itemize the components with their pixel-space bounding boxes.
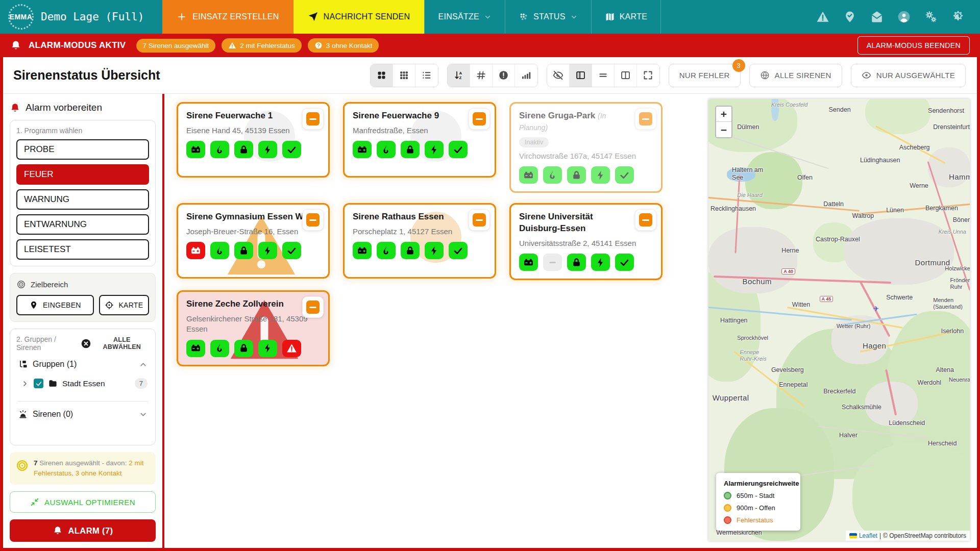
trigger-alarm-button[interactable]: ALARM (7)	[10, 519, 156, 542]
siren-card-sirene-rathaus-essen[interactable]: Sirene Rathaus EssenPorscheplatz 1, 4512…	[343, 203, 496, 279]
deselect-all-button[interactable]: ALLE ABWÄHLEN	[81, 336, 149, 350]
toolbar-group: AZ	[447, 64, 538, 87]
view-toolbar: AZNUR FEHLER3ALLE SIRENENNUR AUSGEWÄHLTE	[370, 64, 966, 87]
target-enter-button[interactable]: EINGEBEN	[16, 295, 94, 315]
target-area-panel: Zielbereich EINGEBEN KARTE	[10, 273, 156, 322]
pin-check-icon[interactable]	[843, 10, 856, 23]
siren-card-sirene-feuerwache-9[interactable]: Sirene Feuerwache 9Manfredstraße, Essen	[343, 102, 496, 178]
mail-icon[interactable]	[870, 10, 884, 23]
filter-alle-sirenen-button[interactable]: ALLE SIRENEN	[749, 64, 842, 87]
groups-section-toggle[interactable]: Gruppen (1)	[16, 352, 149, 372]
question-circle-icon	[314, 41, 323, 49]
toolbar-grid-3x3-button[interactable]	[393, 64, 415, 87]
toolbar-signal-bars-button[interactable]	[515, 64, 537, 87]
map-city-label: Die Haard	[737, 192, 763, 198]
optimize-selection-button[interactable]: AUSWAHL OPTIMIEREN	[10, 491, 156, 513]
battery-icon	[357, 245, 368, 256]
toolbar-fullscreen-button[interactable]	[637, 64, 659, 87]
emma-logo[interactable]: EMMA	[8, 4, 34, 30]
zoom-out-button[interactable]: −	[716, 122, 731, 137]
chevron-down-icon	[139, 410, 148, 419]
zoom-in-button[interactable]: +	[716, 107, 731, 122]
toolbar-list-button[interactable]	[415, 64, 438, 87]
bell-icon	[10, 40, 21, 51]
minus-icon	[639, 213, 652, 227]
nav-item-einsätze[interactable]: EINSÄTZE	[424, 0, 505, 34]
siren-card-sirene-zeche-zollverein[interactable]: Sirene Zeche ZollvereinGelsenkirchener S…	[177, 290, 330, 366]
status-battery-icon	[519, 254, 538, 271]
deselect-siren-button[interactable]	[635, 209, 656, 231]
alarm-badge-2-mit-fehlerstatus: 2 mit Fehlerstatus	[222, 38, 301, 53]
deselect-siren-button[interactable]	[469, 108, 490, 130]
group-item-stadt-essen[interactable]: Stadt Essen 7	[16, 372, 149, 394]
program-warnung-button[interactable]: WARNUNG	[16, 189, 149, 210]
map-city-label: Iserlohn	[941, 328, 964, 335]
nav-item-status[interactable]: STATUS	[505, 0, 591, 34]
program-feuer-button[interactable]: FEUER	[16, 164, 149, 185]
toolbar-hash-button[interactable]	[470, 64, 493, 87]
deselect-siren-button[interactable]	[302, 209, 324, 231]
sirens-section-toggle[interactable]: Sirenen (0)	[16, 402, 149, 422]
deselect-siren-button[interactable]	[302, 296, 324, 318]
siren-card-title: Sirene Gruga-Park (In Planung)	[519, 110, 653, 134]
map-city-label: Hattingen	[720, 317, 748, 324]
map-city-label: Senden	[829, 106, 851, 114]
siren-card-sirene-feuerwache-1[interactable]: Sirene Feuerwache 1Eisene Hand 45, 45139…	[177, 102, 330, 178]
flame-icon	[214, 343, 225, 354]
toolbar-group	[370, 64, 438, 87]
toolbar-eye-off-button[interactable]	[547, 64, 570, 87]
filter-nur-ausgewählte-button[interactable]: NUR AUSGEWÄHLTE	[851, 64, 966, 87]
check-icon	[286, 144, 297, 155]
siren-card-address: Eisene Hand 45, 45139 Essen	[186, 126, 320, 136]
bolt-icon	[429, 144, 439, 155]
check-icon	[453, 245, 463, 256]
end-alarm-mode-button[interactable]: ALARM-MODUS BEENDEN	[857, 36, 970, 55]
page-title: Sirenenstatus Übersicht	[13, 68, 160, 83]
toolbar-rows-button[interactable]	[592, 64, 615, 87]
theme-toggle-icon[interactable]	[951, 10, 965, 23]
map-city-label: Bochum	[743, 277, 772, 286]
leaflet-link[interactable]: Leaflet	[859, 532, 877, 539]
settings-gears-icon[interactable]	[924, 10, 938, 23]
toolbar-columns-button[interactable]	[570, 64, 592, 87]
minus-icon	[473, 213, 486, 227]
deselect-siren-button[interactable]	[302, 108, 324, 130]
siren-card-sirene-gruga-park[interactable]: Sirene Gruga-Park (In Planung)InaktivVir…	[509, 102, 663, 193]
target-map-button[interactable]: KARTE	[99, 295, 149, 315]
content-area: Alarm vorbereiten 1. Programm wählen PRO…	[3, 94, 977, 548]
deselect-siren-button[interactable]	[635, 108, 656, 130]
toolbar-grid-2x2-button[interactable]	[371, 64, 393, 87]
toolbar-group	[547, 64, 660, 87]
create-mission-button[interactable]: EINSATZ ERSTELLEN	[162, 0, 293, 34]
toolbar-split-columns-button[interactable]	[615, 64, 637, 87]
map-city-label: Werdohl	[918, 379, 941, 387]
filter-nur-fehler-button[interactable]: NUR FEHLER3	[669, 64, 741, 87]
toolbar-sort-az-button[interactable]: AZ	[448, 64, 470, 87]
legend-dot-icon	[724, 492, 731, 499]
siren-card-title: Sirene Feuerwache 9	[353, 110, 486, 122]
map-city-label: Sendenhorst	[928, 107, 964, 115]
check-icon	[453, 144, 463, 155]
user-icon[interactable]	[897, 10, 911, 23]
warning-triangle-icon[interactable]	[816, 10, 829, 23]
program-entwarnung-button[interactable]: ENTWARNUNG	[16, 214, 149, 235]
chevron-right-icon[interactable]	[21, 380, 29, 388]
siren-card-sirene-universität-duisburg-essen[interactable]: Sirene Universität Duisburg-EssenUnivers…	[509, 203, 663, 280]
siren-card-sirene-gymnasium-essen-werd[interactable]: Sirene Gymnasium Essen WerdJoseph-Breuer…	[177, 203, 330, 279]
fullscreen-icon	[643, 70, 653, 81]
map-container[interactable]: Kreis CoesfeldSendenSendenhorstDülmenDre…	[708, 99, 970, 541]
map-city-label: Schalksmühle	[842, 404, 881, 411]
map-city-label: Kreis Unna	[939, 229, 966, 235]
status-bolt-icon	[591, 166, 610, 184]
status-lock-icon	[401, 242, 420, 259]
airport-marker-icon: ✈	[873, 305, 879, 313]
siren-status-badge: Inaktiv	[519, 137, 549, 147]
program-leisetest-button[interactable]: LEISETEST	[16, 239, 149, 260]
nav-item-karte[interactable]: KARTE	[591, 0, 662, 34]
deselect-siren-button[interactable]	[469, 209, 490, 231]
send-message-button[interactable]: NACHRICHT SENDEN	[293, 0, 425, 34]
folder-icon	[48, 379, 58, 388]
program-probe-button[interactable]: PROBE	[16, 139, 149, 160]
group-checkbox[interactable]	[34, 379, 43, 388]
toolbar-alert-circle-button[interactable]	[493, 64, 515, 87]
